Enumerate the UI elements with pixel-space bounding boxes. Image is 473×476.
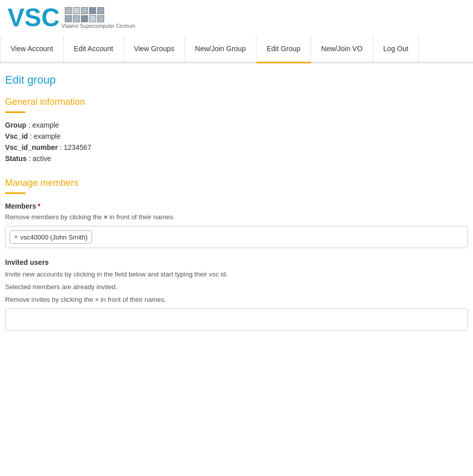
status-value: : active [29, 154, 51, 163]
logo-tagline: Vlaams Supercomputer Centrum [62, 23, 136, 29]
group-label: Group [5, 121, 26, 129]
remove-hint-text: Remove members by clicking the × in fron… [5, 213, 468, 221]
required-star: * [37, 202, 40, 210]
manage-members-section: Manage members Members* Remove members b… [5, 178, 468, 331]
member-name: vsc40000 (John Smith) [20, 233, 88, 241]
invite-hint-text: Invite new accounts by clicking in the f… [5, 270, 468, 278]
vsc-id-number-value: : 1234567 [60, 143, 91, 151]
manage-members-divider [5, 192, 25, 194]
invited-users-box[interactable] [5, 308, 468, 331]
members-box[interactable]: × vsc40000 (John Smith) [5, 226, 468, 248]
member-tag-vsc40000[interactable]: × vsc40000 (John Smith) [10, 230, 92, 244]
general-info-section: General information Group : example Vsc_… [5, 97, 468, 163]
vsc-id-label: Vsc_id [5, 132, 28, 140]
nav-new-join-vo[interactable]: New/Join VO [311, 35, 373, 62]
already-invited-note: Selected members are already invited. [5, 283, 468, 291]
nav-edit-account[interactable]: Edit Account [64, 35, 124, 62]
nav-view-account[interactable]: View Account [0, 35, 64, 62]
logo-area: VSC Vlaams Supercomputer Centrum [0, 0, 473, 35]
vsc-id-field: Vsc_id : example [5, 132, 468, 140]
logo-right: Vlaams Supercomputer Centrum [62, 7, 136, 29]
nav-edit-group[interactable]: Edit Group [256, 35, 311, 63]
status-label: Status [5, 154, 27, 163]
logo-cubes [65, 7, 136, 22]
vsc-id-value: : example [30, 132, 61, 140]
vsc-id-number-label: Vsc_id_number [5, 143, 58, 151]
page-title: Edit group [5, 73, 468, 87]
nav-view-groups[interactable]: View Groups [124, 35, 185, 62]
general-info-divider [5, 111, 25, 113]
status-field: Status : active [5, 154, 468, 163]
general-info-heading: General information [5, 97, 468, 107]
group-field: Group : example [5, 121, 468, 129]
nav-log-out[interactable]: Log Out [373, 35, 419, 62]
main-content: Edit group General information Group : e… [0, 63, 473, 356]
group-value: : example [28, 121, 59, 129]
nav-new-join-group[interactable]: New/Join Group [185, 35, 256, 62]
logo-vsc-text: VSC [8, 5, 60, 30]
members-label: Members* [5, 202, 468, 210]
vsc-id-number-field: Vsc_id_number : 1234567 [5, 143, 468, 151]
manage-members-heading: Manage members [5, 178, 468, 188]
invited-users-label: Invited users [5, 258, 468, 266]
main-nav: View Account Edit Account View Groups Ne… [0, 35, 473, 63]
remove-invites-hint: Remove invites by clicking the × in fron… [5, 296, 468, 303]
remove-member-icon[interactable]: × [14, 233, 18, 241]
